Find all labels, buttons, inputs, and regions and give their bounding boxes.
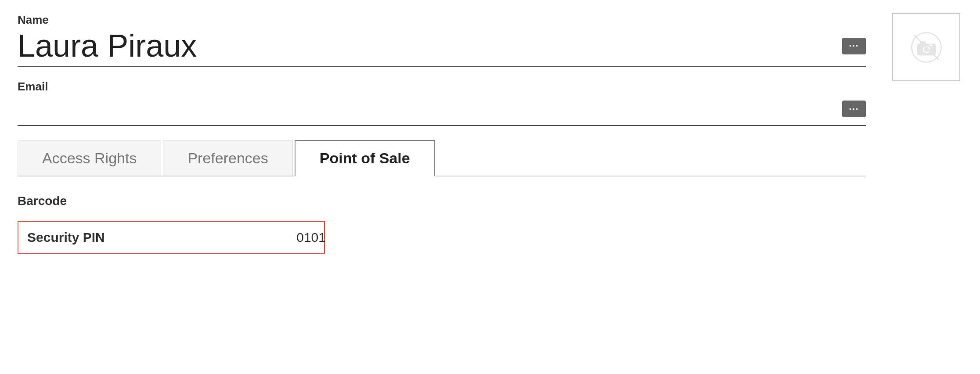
email-value-row: ··· bbox=[18, 95, 866, 126]
tab-access-rights[interactable]: Access Rights bbox=[18, 140, 161, 176]
security-pin-label: Security PIN bbox=[27, 230, 159, 245]
barcode-section-label: Barcode bbox=[18, 194, 866, 208]
avatar-box[interactable] bbox=[892, 13, 960, 81]
email-more-button[interactable]: ··· bbox=[842, 101, 866, 117]
security-pin-input[interactable] bbox=[159, 230, 328, 245]
svg-rect-5 bbox=[930, 44, 932, 46]
avatar-placeholder bbox=[911, 32, 942, 63]
tab-point-of-sale[interactable]: Point of Sale bbox=[295, 140, 435, 176]
email-more-icon: ··· bbox=[849, 104, 859, 114]
email-field-block: Email ··· bbox=[18, 80, 866, 126]
name-more-button[interactable]: ··· bbox=[842, 38, 866, 54]
avatar-section bbox=[892, 13, 962, 254]
name-more-icon: ··· bbox=[849, 41, 859, 51]
name-label: Name bbox=[18, 13, 866, 27]
main-container: Name Laura Piraux ··· Email ··· Access R… bbox=[0, 0, 980, 254]
name-field-block: Name Laura Piraux ··· bbox=[18, 13, 866, 67]
name-value-row: Laura Piraux ··· bbox=[18, 29, 866, 67]
tabs-container: Access Rights Preferences Point of Sale bbox=[18, 139, 866, 176]
form-section: Name Laura Piraux ··· Email ··· Access R… bbox=[18, 13, 892, 254]
email-label: Email bbox=[18, 80, 866, 94]
security-pin-row: Security PIN bbox=[18, 221, 325, 254]
tab-preferences[interactable]: Preferences bbox=[163, 140, 292, 176]
camera-icon bbox=[911, 32, 942, 63]
tab-content-pos: Barcode Security PIN bbox=[18, 176, 866, 254]
name-value: Laura Piraux bbox=[18, 29, 838, 63]
